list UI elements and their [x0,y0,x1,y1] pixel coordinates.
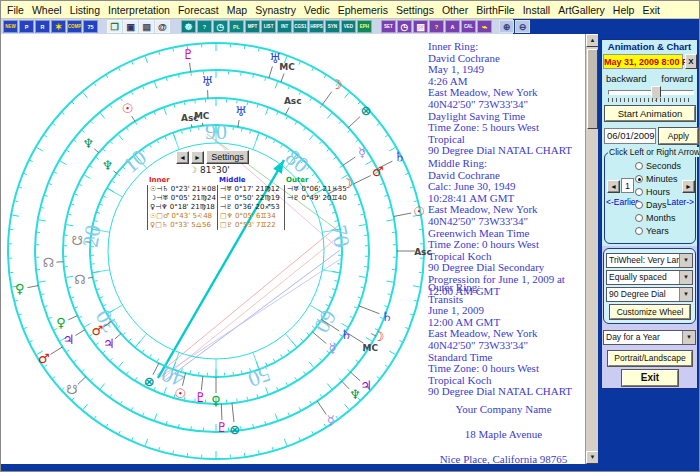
menu-item-interpretation[interactable]: Interpretation [108,4,170,16]
portrait-landscape-button[interactable]: Portrait/Landscape [608,351,692,366]
menu-item-other[interactable]: Other [442,4,468,16]
dial-line [68,316,77,320]
exit-button[interactable]: Exit [622,370,678,386]
wheel-type-dropdown[interactable]: TriWheel: Very Large Wh.▼ [606,253,693,268]
radio-months[interactable]: Months [635,213,676,223]
dial-type-dropdown[interactable]: 90 Degree Dial▼ [606,287,693,302]
cgs1-icon[interactable]: CGS1 [293,20,308,33]
radio-seconds[interactable]: Seconds [635,161,681,171]
step-amount-input[interactable]: 1 [621,178,634,193]
satellite-icon[interactable]: ⌁ [477,20,492,33]
scroll-thumb[interactable] [587,49,598,129]
chevron-down-icon[interactable]: ▼ [679,254,692,267]
radio-dot[interactable] [635,201,643,209]
planet-glyph-saturn: ♄ [340,327,352,342]
ved-icon[interactable]: VED [341,20,356,33]
dial-line [327,113,331,118]
print-icon[interactable]: ▤ [139,20,154,33]
mpt-icon[interactable]: MPT [245,20,260,33]
radio-dot[interactable] [635,162,643,170]
print-chart-icon[interactable]: P [19,20,34,33]
pl-icon[interactable]: PL [229,20,244,33]
eph-icon[interactable]: EPH [357,20,372,33]
menu-item-vedic[interactable]: Vedic [304,4,330,16]
new-chart-icon[interactable]: NEW [3,20,18,33]
radio-minutes[interactable]: Minutes [635,174,678,184]
radio-dot[interactable] [635,188,643,196]
chevron-down-icon[interactable]: ▼ [679,288,692,301]
radio-years[interactable]: Years [635,226,669,236]
rate-dropdown[interactable]: Day for a Year▼ [603,330,696,345]
clock-teal-icon[interactable]: ◷ [213,20,228,33]
save-icon[interactable]: ▣ [123,20,138,33]
set-icon[interactable]: SET [381,20,396,33]
wheel-icon[interactable]: ☸ [181,20,196,33]
spacing-dropdown[interactable]: Equally spaced▼ [606,270,693,285]
vertical-scrollbar[interactable]: ▲ ▼ [585,34,598,464]
int-icon[interactable]: INT [277,20,292,33]
star-icon[interactable]: ✶ [51,20,66,33]
email-icon[interactable]: @ [155,20,170,33]
help-icon[interactable]: ? [429,20,444,33]
date-input[interactable]: 06/01/2009 [604,128,656,144]
dial-line [281,145,283,148]
menu-item-birthfile[interactable]: BirthFile [476,4,515,16]
calculator-icon[interactable]: CAL [461,20,476,33]
menu-item-install[interactable]: Install [523,4,550,16]
radio-days[interactable]: Days [635,200,667,210]
start-animation-button[interactable]: Start Animation [605,106,695,121]
chevron-down-icon[interactable]: ▼ [679,271,692,284]
dial-line [110,358,112,360]
radio-dot[interactable] [635,227,643,235]
animation-speed-slider[interactable] [608,90,694,95]
dial-line [114,171,117,173]
radio-hours[interactable]: Hours [635,187,670,197]
menu-item-ephemeris[interactable]: Ephemeris [338,4,388,16]
apply-date-button[interactable]: Apply Date [659,128,698,144]
wheel-help-icon[interactable]: ? [197,20,212,33]
atlas-icon[interactable]: A [445,20,460,33]
planet-glyph-mercury: ☿ [328,341,336,356]
dial-line [100,204,103,205]
menu-item-settings[interactable]: Settings [396,4,434,16]
close-animation-button[interactable]: X [685,54,697,69]
dial-settings-button[interactable]: Settings [206,150,249,164]
dial-step-forward-button[interactable]: ► [191,151,204,164]
later-arrow-button[interactable]: ► [682,180,695,193]
dial-line [281,354,283,357]
menu-item-synastry[interactable]: Synastry [255,4,296,16]
menu-item-file[interactable]: File [7,4,24,16]
menu-item-map[interactable]: Map [227,4,247,16]
clock-purple-icon[interactable]: ◷ [397,20,412,33]
dial-line [100,297,103,298]
menu-item-forecast[interactable]: Forecast [178,4,219,16]
dial-line [91,378,93,380]
zoom-out-icon[interactable]: ⊖ [515,20,530,33]
dial-line [232,403,234,422]
scroll-up-button[interactable]: ▲ [586,34,598,47]
radio-dot[interactable] [635,214,643,222]
relocate-icon[interactable]: R [35,20,50,33]
scroll-down-button[interactable]: ▼ [586,451,598,464]
dial-step-back-button[interactable]: ◄ [176,151,189,164]
dial-line [339,122,341,124]
dial-line [74,360,76,362]
syn-icon[interactable]: SYN [325,20,340,33]
earlier-arrow-button[interactable]: ◄ [607,180,620,193]
menu-item-wheel[interactable]: Wheel [32,4,62,16]
chart-purple-icon[interactable]: ▨ [413,20,428,33]
menu-item-artgallery[interactable]: ArtGallery [558,4,605,16]
chart-75-icon[interactable]: 75 [83,20,98,33]
hrps-icon[interactable]: HRPS [309,20,324,33]
comparison-icon[interactable]: COMP [67,20,82,33]
menu-item-exit[interactable]: Exit [642,4,660,16]
list-icon[interactable]: LIST [261,20,276,33]
open-folder-icon[interactable]: ❒ [107,20,122,33]
menu-item-listing[interactable]: Listing [70,4,100,16]
menu-item-help[interactable]: Help [613,4,635,16]
chevron-down-icon[interactable]: ▼ [682,331,695,344]
radio-dot[interactable] [635,175,643,183]
dial-line [24,173,27,174]
customize-wheel-button[interactable]: Customize Wheel [610,305,690,319]
zoom-in-icon[interactable]: ⊕ [499,20,514,33]
